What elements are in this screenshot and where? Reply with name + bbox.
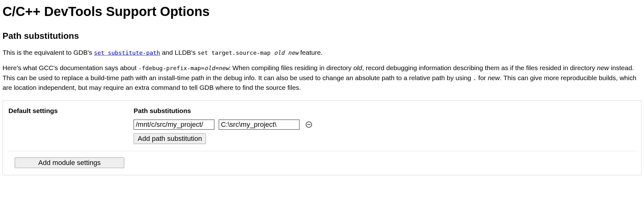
- settings-panel: Default settings Path substitutions Add …: [3, 100, 641, 175]
- p2-old: old: [353, 64, 362, 71]
- description-paragraph-2: Here's what GCC's documentation says abo…: [3, 63, 641, 93]
- p1-mid: and LLDB's: [160, 49, 198, 56]
- description-paragraph-1: This is the equivalent to GDB's set subs…: [3, 48, 641, 58]
- path-substitutions-label: Path substitutions: [134, 106, 636, 115]
- p1-code-ital: old new: [274, 49, 299, 56]
- p2-flag-a: -fdebug-prefix-map=: [138, 65, 204, 71]
- p1-post: feature.: [299, 49, 323, 56]
- p2-pre: Here's what GCC's documentation says abo…: [3, 64, 138, 71]
- p2-dot: .: [473, 75, 477, 81]
- remove-substitution-icon[interactable]: [305, 121, 313, 128]
- add-path-substitution-button[interactable]: Add path substitution: [134, 133, 206, 144]
- substitution-row: [134, 120, 636, 130]
- default-settings-label: Default settings: [8, 106, 134, 115]
- page-title: C/C++ DevTools Support Options: [3, 3, 641, 21]
- p2-new2: new: [488, 74, 500, 81]
- p1-code: set target.source-map: [197, 49, 274, 56]
- section-heading: Path substitutions: [3, 30, 641, 42]
- add-module-settings-button[interactable]: Add module settings: [15, 157, 124, 168]
- substitution-to-input[interactable]: [219, 120, 299, 130]
- divider: [8, 151, 636, 151]
- set-substitute-path-link[interactable]: set substitute-path: [94, 49, 160, 56]
- substitution-from-input[interactable]: [134, 120, 214, 130]
- p2-mid1: : When compiling files residing in direc…: [229, 64, 353, 71]
- p1-pre: This is the equivalent to GDB's: [3, 49, 94, 56]
- p2-mid4: for: [477, 74, 488, 81]
- p2-new: new: [597, 64, 609, 71]
- p2-mid2: , record debugging information describin…: [362, 64, 597, 71]
- p2-flag-b: old=new: [204, 65, 229, 71]
